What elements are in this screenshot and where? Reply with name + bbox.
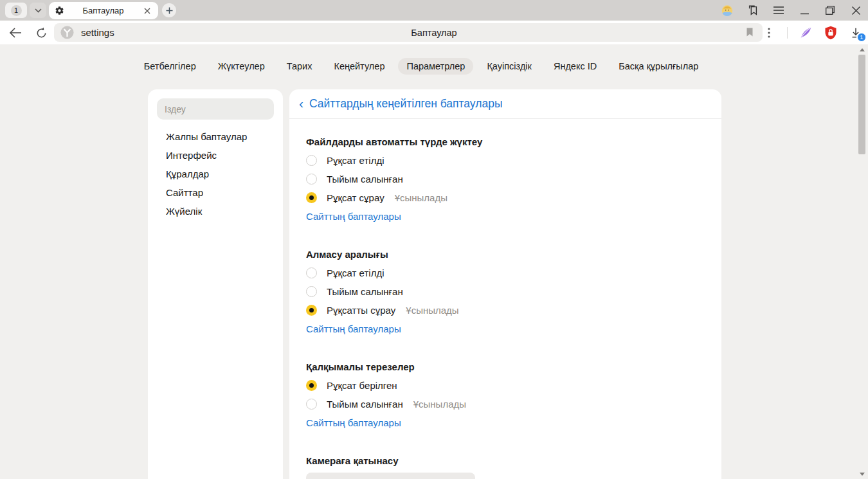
- link-row: Сайттың баптаулары: [306, 413, 705, 432]
- section-title: Қалқымалы терезелер: [306, 357, 705, 376]
- radio-button[interactable]: [306, 305, 317, 316]
- avatar[interactable]: [721, 5, 733, 16]
- settings-sections: Файлдарды автоматты түрде жүктеуРұқсат е…: [289, 132, 721, 479]
- page-header-back[interactable]: ‹ Сайттардың кеңейтілген баптаулары: [289, 89, 721, 119]
- feather-icon: [799, 26, 813, 40]
- nav-tab[interactable]: Бетбелгілер: [136, 58, 204, 75]
- scrollbar-thumb[interactable]: [858, 55, 865, 154]
- radio-button[interactable]: [306, 192, 317, 203]
- radio-option[interactable]: Рұқсатты сұрауҰсынылады: [306, 301, 705, 320]
- url-text: settings: [81, 27, 114, 38]
- recommended-hint: Ұсынылады: [413, 399, 466, 410]
- reload-icon: [35, 27, 48, 39]
- radio-option[interactable]: Рұқсат сұрауҰсынылады: [306, 188, 705, 207]
- nav-tab[interactable]: Тарих: [278, 58, 321, 75]
- menu-icon: [773, 6, 784, 14]
- radio-option[interactable]: Тыйым салынған: [306, 170, 705, 188]
- extension-feather-button[interactable]: [799, 26, 813, 40]
- radio-option[interactable]: Тыйым салынғанҰсынылады: [306, 395, 705, 413]
- bookmarks-panel-button[interactable]: [747, 5, 759, 16]
- minimize-icon: [800, 6, 809, 15]
- reload-button[interactable]: [33, 24, 50, 41]
- radio-option[interactable]: Тыйым салынған: [306, 282, 705, 301]
- radio-option[interactable]: Рұқсат етілді: [306, 151, 705, 170]
- nav-tab[interactable]: Параметрлер: [398, 58, 473, 75]
- radio-option[interactable]: Рұқсат берілген: [306, 376, 705, 395]
- settings-nav: БетбелгілерЖүктеулерТарихКеңейтулерПарам…: [0, 57, 842, 75]
- new-tab-button[interactable]: [162, 3, 176, 17]
- scrollbar[interactable]: [857, 44, 867, 479]
- sidebar-item[interactable]: Сайттар: [148, 183, 283, 202]
- toolbar-extensions: 1: [762, 21, 863, 44]
- sidebar-item[interactable]: Интерфейс: [148, 146, 283, 165]
- link-row: Сайттың баптаулары: [306, 207, 705, 226]
- tab-list-chevron-button[interactable]: [30, 3, 46, 18]
- address-toolbar: settings Баптаулар: [0, 21, 868, 44]
- tab-counter-value: 1: [11, 5, 22, 16]
- radio-button[interactable]: [306, 286, 317, 297]
- radio-label: Рұқсатты сұрау: [327, 305, 395, 316]
- scroll-down-arrow[interactable]: [859, 471, 865, 476]
- radio-label: Рұқсат етілді: [327, 267, 384, 278]
- radio-button[interactable]: [306, 174, 317, 185]
- nav-tab[interactable]: Кеңейтулер: [325, 58, 393, 75]
- back-icon: [9, 28, 22, 38]
- settings-page: БетбелгілерЖүктеулерТарихКеңейтулерПарам…: [0, 44, 868, 479]
- nav-tab[interactable]: Басқа құрылғылар: [610, 58, 707, 75]
- site-favicon-icon: [60, 26, 74, 39]
- radio-button[interactable]: [306, 155, 317, 166]
- radio-option[interactable]: Рұқсат етілді: [306, 264, 705, 282]
- downloads-button[interactable]: 1: [849, 26, 863, 40]
- sidebar-item[interactable]: Құралдар: [148, 165, 283, 183]
- scroll-up-arrow[interactable]: [859, 47, 865, 52]
- plus-icon: [166, 7, 173, 14]
- browser-tab-settings[interactable]: Баптаулар: [49, 2, 158, 19]
- page-title: Сайттардың кеңейтілген баптаулары: [309, 97, 503, 111]
- site-settings-link[interactable]: Сайттың баптаулары: [306, 211, 401, 222]
- search-input[interactable]: [157, 98, 274, 120]
- section-title: Алмасу аралығы: [306, 245, 705, 264]
- minimize-button[interactable]: [799, 5, 810, 16]
- radio-button[interactable]: [306, 399, 317, 410]
- nav-tab[interactable]: Қауіпсіздік: [478, 58, 540, 75]
- tab-counter-button[interactable]: 1: [5, 3, 27, 18]
- window-close-button[interactable]: [850, 5, 862, 16]
- maximize-button[interactable]: [824, 5, 836, 16]
- back-button[interactable]: [7, 24, 24, 41]
- radio-label: Тыйым салынған: [327, 286, 403, 297]
- toolbar-divider: [787, 27, 788, 39]
- gear-icon: [55, 6, 64, 15]
- browser-menu-button[interactable]: [773, 5, 784, 16]
- sidebar-item[interactable]: Жүйелік: [148, 202, 283, 221]
- radio-button[interactable]: [306, 267, 317, 278]
- settings-main-panel: ‹ Сайттардың кеңейтілген баптаулары Файл…: [289, 89, 721, 479]
- chevron-down-icon: [35, 8, 42, 13]
- user-avatar-icon: [721, 5, 733, 17]
- section-title: Камераға қатынасу: [306, 451, 705, 470]
- radio-button[interactable]: [306, 380, 317, 391]
- tab-title: Баптаулар: [64, 6, 142, 15]
- window-close-icon: [852, 6, 860, 15]
- site-settings-link[interactable]: Сайттың баптаулары: [306, 323, 401, 334]
- link-row: Сайттың баптаулары: [306, 320, 705, 338]
- tab-close-button[interactable]: [142, 6, 152, 16]
- protect-shield-button[interactable]: [824, 26, 838, 40]
- sidebar-item[interactable]: Жалпы баптаулар: [148, 127, 283, 146]
- camera-select[interactable]: ov9734_azurewave_camera Алдыңғы: [306, 473, 475, 479]
- nav-tab[interactable]: Яндекс ID: [545, 58, 605, 75]
- window-controls: [721, 0, 862, 21]
- address-menu-button[interactable]: [762, 26, 776, 40]
- radio-label: Рұқсат сұрау: [327, 192, 384, 203]
- radio-label: Рұқсат берілген: [327, 380, 397, 391]
- radio-label: Тыйым салынған: [327, 399, 403, 410]
- settings-section: Қалқымалы терезелерРұқсат берілгенТыйым …: [306, 357, 705, 432]
- site-settings-link[interactable]: Сайттың баптаулары: [306, 417, 401, 428]
- kebab-icon: [768, 28, 770, 38]
- nav-tab[interactable]: Жүктеулер: [210, 58, 273, 75]
- maximize-icon: [826, 6, 835, 15]
- chevron-left-icon: ‹: [299, 96, 303, 110]
- add-bookmark-button[interactable]: [745, 27, 756, 39]
- address-bar[interactable]: settings: [54, 23, 763, 42]
- settings-sidebar: Жалпы баптауларИнтерфейсҚұралдарСайттарЖ…: [148, 89, 283, 479]
- sidebar-items: Жалпы баптауларИнтерфейсҚұралдарСайттарЖ…: [148, 127, 283, 221]
